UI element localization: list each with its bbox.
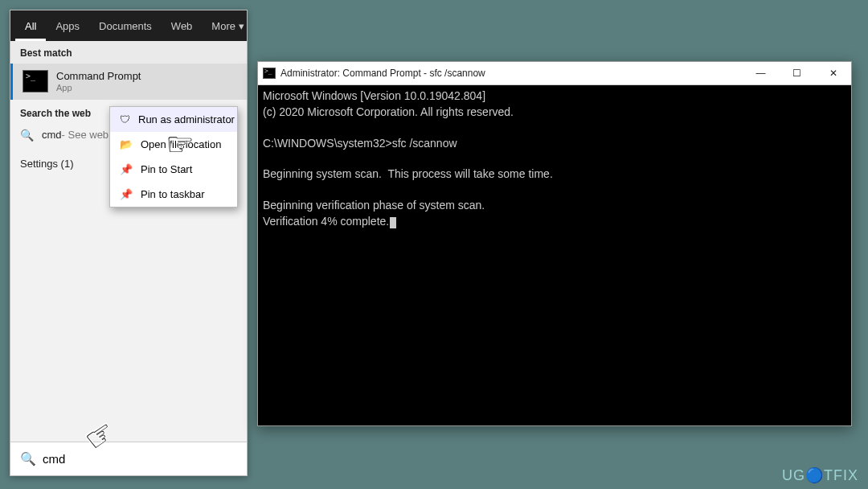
terminal-cursor <box>390 217 396 228</box>
search-icon: 🔍 <box>20 451 36 466</box>
watermark: UG🔵TFIX <box>782 466 858 484</box>
ctx-label: Run as administrator <box>138 113 235 125</box>
search-box[interactable]: 🔍 <box>10 442 247 475</box>
ctx-label: Pin to Start <box>141 163 192 175</box>
search-panel: All Apps Documents Web More ▾ Best match… <box>10 10 248 476</box>
cmd-titlebar-icon <box>263 68 276 79</box>
admin-shield-icon: 🛡 <box>120 113 130 125</box>
command-prompt-icon <box>23 70 48 92</box>
tab-web[interactable]: Web <box>162 10 203 41</box>
result-command-prompt[interactable]: Command Prompt App <box>10 64 247 100</box>
chevron-down-icon: ▾ <box>239 20 244 32</box>
best-match-label: Best match <box>10 41 247 64</box>
tab-documents[interactable]: Documents <box>89 10 162 41</box>
result-title: Command Prompt <box>56 70 141 83</box>
minimize-button[interactable]: — <box>743 62 779 85</box>
window-titlebar[interactable]: Administrator: Command Prompt - sfc /sca… <box>258 62 851 85</box>
tab-apps[interactable]: Apps <box>46 10 89 41</box>
pin-icon: 📌 <box>120 188 133 200</box>
result-text: Command Prompt App <box>56 70 141 93</box>
ctx-label: Pin to taskbar <box>141 188 205 200</box>
tab-all[interactable]: All <box>15 10 46 41</box>
search-tabs: All Apps Documents Web More ▾ <box>10 10 247 41</box>
search-input[interactable] <box>43 452 237 466</box>
tab-more[interactable]: More ▾ <box>202 10 253 41</box>
window-title: Administrator: Command Prompt - sfc /sca… <box>280 68 485 79</box>
pin-icon: 📌 <box>120 163 133 175</box>
terminal-output: Microsoft Windows [Version 10.0.19042.80… <box>258 85 851 425</box>
ctx-pin-to-taskbar[interactable]: 📌 Pin to taskbar <box>110 182 237 207</box>
cursor-hand-icon: ☜ <box>166 125 194 162</box>
command-prompt-window: Administrator: Command Prompt - sfc /sca… <box>257 61 852 426</box>
search-icon: 🔍 <box>20 129 34 142</box>
maximize-button[interactable]: ☐ <box>779 62 815 85</box>
result-subtitle: App <box>56 83 141 93</box>
folder-icon: 📂 <box>120 138 133 150</box>
web-result-prefix: cmd <box>42 129 62 141</box>
close-button[interactable]: ✕ <box>815 62 851 85</box>
